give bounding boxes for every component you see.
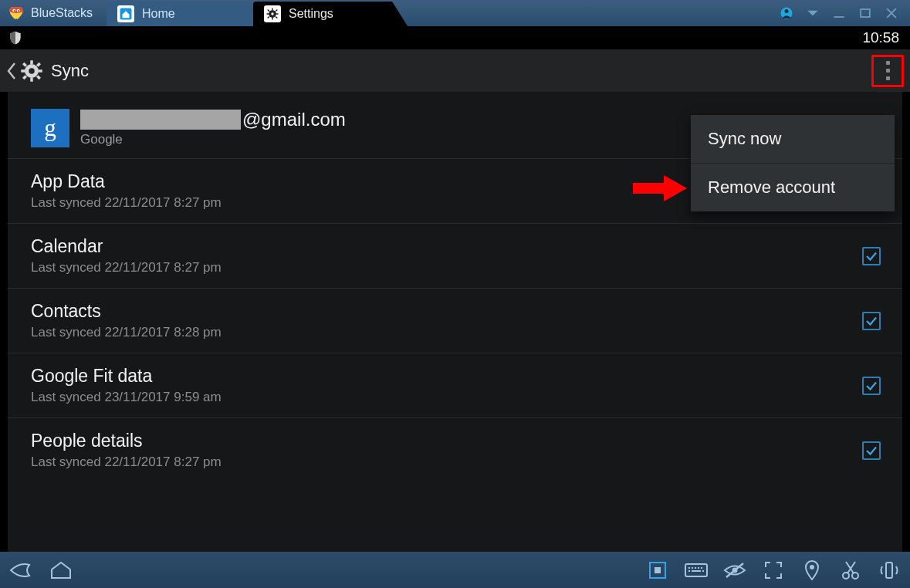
android-statusbar: 10:58 xyxy=(0,26,910,49)
sync-item-sub: Last synced 22/11/2017 8:27 pm xyxy=(31,455,862,470)
bluestacks-logo-icon xyxy=(8,5,25,22)
svg-point-44 xyxy=(810,565,814,569)
svg-point-2 xyxy=(14,10,15,12)
svg-rect-47 xyxy=(886,563,892,578)
sync-item-sub: Last synced 22/11/2017 8:27 pm xyxy=(31,260,862,275)
svg-rect-40 xyxy=(692,570,701,572)
tab-label: Home xyxy=(142,7,175,21)
sync-item[interactable]: Google Fit data Last synced 23/11/2017 9… xyxy=(8,353,902,417)
gear-icon xyxy=(20,59,43,83)
brand-label: BlueStacks xyxy=(31,6,93,20)
bottom-toolbar xyxy=(0,552,910,588)
svg-rect-24 xyxy=(39,69,42,73)
svg-rect-38 xyxy=(701,567,702,569)
svg-rect-37 xyxy=(698,567,699,569)
redacted-email-local xyxy=(80,110,241,130)
checkbox[interactable] xyxy=(862,312,881,330)
svg-point-29 xyxy=(29,68,35,74)
svg-rect-34 xyxy=(688,567,690,569)
svg-rect-27 xyxy=(22,75,27,79)
actionbar: Sync xyxy=(0,49,910,92)
svg-rect-35 xyxy=(692,567,693,569)
svg-rect-28 xyxy=(36,75,41,79)
close-icon[interactable] xyxy=(884,5,899,21)
back-icon[interactable] xyxy=(6,62,17,80)
sync-item-sub: Last synced 23/11/2017 9:59 am xyxy=(31,390,862,405)
hide-icon[interactable] xyxy=(723,560,746,580)
screenshot-icon[interactable] xyxy=(646,560,669,580)
chevron-down-icon[interactable] xyxy=(805,5,820,21)
svg-rect-10 xyxy=(267,13,269,15)
popup-item-sync-now[interactable]: Sync now xyxy=(691,115,895,163)
svg-rect-32 xyxy=(655,567,661,573)
popup-menu: Sync now Remove account xyxy=(691,115,895,211)
checkbox[interactable] xyxy=(862,441,881,460)
location-icon[interactable] xyxy=(800,560,824,580)
more-vert-icon xyxy=(886,61,890,80)
checkbox[interactable] xyxy=(862,377,881,395)
popup-item-remove-account[interactable]: Remove account xyxy=(691,163,895,211)
google-badge-icon: g xyxy=(31,109,69,147)
fullscreen-icon[interactable] xyxy=(762,560,785,580)
account-email: @gmail.com xyxy=(80,109,346,130)
svg-text:g: g xyxy=(44,115,56,141)
sync-item[interactable]: Contacts Last synced 22/11/2017 8:28 pm xyxy=(8,288,902,353)
svg-rect-21 xyxy=(30,60,33,64)
svg-rect-36 xyxy=(695,567,696,569)
annotation-arrow-icon xyxy=(633,175,687,201)
sync-item[interactable]: Calendar Last synced 22/11/2017 8:27 pm xyxy=(8,223,902,288)
sync-item-title: Google Fit data xyxy=(31,366,862,387)
svg-point-7 xyxy=(271,12,273,15)
tab-home[interactable]: Home xyxy=(107,2,261,26)
svg-rect-23 xyxy=(21,69,25,73)
overflow-menu-button[interactable] xyxy=(871,55,904,87)
svg-rect-18 xyxy=(834,16,844,18)
android-back-icon[interactable] xyxy=(9,560,32,580)
tab-settings[interactable]: Settings xyxy=(253,2,408,26)
svg-rect-22 xyxy=(30,77,33,81)
settings-app-icon xyxy=(264,5,281,22)
status-time: 10:58 xyxy=(862,29,902,46)
svg-rect-11 xyxy=(276,13,279,15)
checkbox[interactable] xyxy=(862,247,881,265)
sync-item-title: People details xyxy=(31,431,862,451)
page-title: Sync xyxy=(51,61,89,81)
account-email-suffix: @gmail.com xyxy=(242,109,346,130)
sync-item-title: Calendar xyxy=(31,236,862,257)
minimize-icon[interactable] xyxy=(831,5,847,21)
svg-rect-39 xyxy=(688,570,690,572)
shield-icon xyxy=(8,30,23,46)
svg-point-3 xyxy=(18,10,19,12)
android-home-icon[interactable] xyxy=(49,560,73,580)
sync-item-sub: Last synced 22/11/2017 8:28 pm xyxy=(31,325,862,340)
account-provider: Google xyxy=(80,132,346,147)
keyboard-icon[interactable] xyxy=(685,560,708,580)
shake-icon[interactable] xyxy=(878,560,901,580)
svg-rect-8 xyxy=(272,8,273,11)
svg-rect-25 xyxy=(22,62,27,66)
brand: BlueStacks xyxy=(0,0,107,26)
cut-icon[interactable] xyxy=(839,560,862,580)
home-app-icon xyxy=(117,5,134,22)
svg-point-17 xyxy=(785,9,789,13)
tab-label: Settings xyxy=(289,7,333,21)
sync-item-title: Contacts xyxy=(31,301,862,322)
svg-rect-26 xyxy=(36,62,41,66)
sync-item[interactable]: People details Last synced 22/11/2017 8:… xyxy=(8,417,902,482)
svg-rect-41 xyxy=(702,570,704,572)
svg-rect-19 xyxy=(861,9,870,17)
svg-rect-9 xyxy=(272,18,273,20)
user-status-icon[interactable] xyxy=(779,5,794,21)
maximize-icon[interactable] xyxy=(858,5,873,21)
titlebar: BlueStacks Home Settings xyxy=(0,0,910,26)
